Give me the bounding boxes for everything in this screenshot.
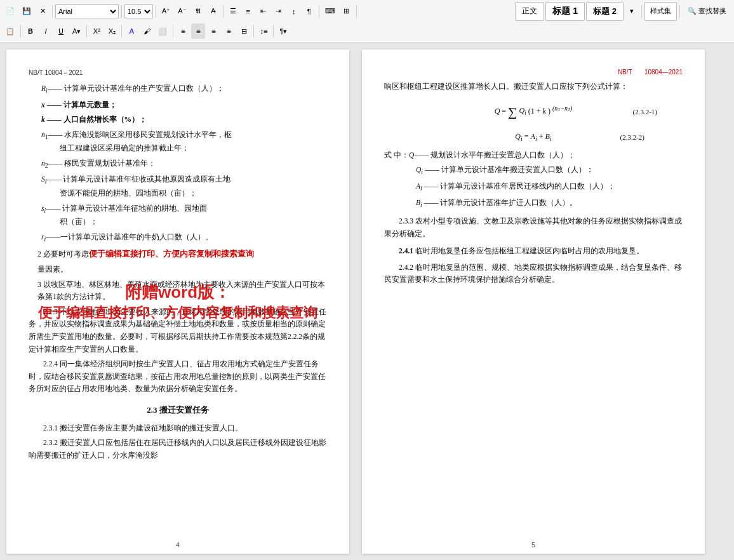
align-justify-button[interactable]: ≡ — [222, 23, 236, 39]
line-spacing-button[interactable]: ↕≡ — [257, 23, 270, 39]
underline-button[interactable]: U — [54, 23, 68, 39]
toolbar-row2: 📋 B I U A▾ X² X₂ A 🖌 ⬜ ≡ ≡ ≡ ≡ ⊟ ↕≡ ¶▾ — [3, 22, 731, 42]
font-format-button[interactable]: 𝕬 — [191, 4, 205, 19]
superscript-button[interactable]: X² — [90, 23, 103, 39]
style-set-button[interactable]: 样式集 — [644, 2, 677, 21]
bold-button[interactable]: B — [23, 23, 37, 39]
section-224: 2.2.4 同一集体经济组织同时按生产安置人口、征占用农用地方式确定生产安置任务… — [29, 358, 327, 396]
left-page-content: Ri—— 计算单元设计基准年的生产安置人口数（人）； x —— 计算单元数量； … — [29, 83, 327, 462]
distribute-button[interactable]: ⊟ — [237, 23, 251, 39]
indent-decrease-button[interactable]: ⇤ — [257, 4, 270, 19]
clear-format-button[interactable]: A̶ — [206, 4, 220, 19]
paste-button[interactable]: 📋 — [3, 22, 18, 40]
formula-block-2: Qi = Ai + Bi (2.3.2-2) — [422, 130, 644, 144]
formula-qi-line: Qi —— 计算单元设计基准年搬迁安置人口数（人）； — [384, 164, 683, 178]
formula1-sum: ∑ — [508, 105, 517, 119]
right-header-left: NB/T — [618, 69, 644, 76]
left-page: NB/T 10804－2021 Ri—— 计算单元设计基准年的生产安置人口数（人… — [6, 50, 349, 554]
line-note2: 2 必要时可考虑便于编辑直接打印、方便内容复制和搜索查询 — [29, 247, 327, 261]
separator6 — [356, 5, 357, 18]
formula-intro: 式 中：Q—— 规划设计水平年搬迁安置总人口数（人）； — [384, 149, 683, 162]
shading-button[interactable]: 🖌 — [140, 23, 154, 39]
line-s-small: si—— 计算单元设计基准年征地前的耕地、园地面 积（亩）； — [29, 203, 327, 229]
line-ri: Ri—— 计算单元设计基准年的生产安置人口数（人）； — [29, 83, 327, 97]
formula-block-1: Q = ∑ Qi (1 + k ) (n₁−n₂) (2.3.2-1) — [410, 101, 657, 123]
style-dropdown-button[interactable]: ▾ — [625, 4, 639, 19]
font-family-select[interactable]: Arial — [55, 4, 119, 18]
line-k: k —— 人口自然增长率（%）； — [29, 114, 327, 126]
style-normal-button[interactable]: 正文 — [515, 2, 544, 21]
formula2-plus: + — [539, 132, 545, 141]
formula1-lhs: Q — [495, 106, 500, 115]
formula2-ai: Ai — [531, 132, 537, 141]
save-button[interactable]: 💾 — [19, 4, 34, 19]
section-231: 2.3.1 搬迁安置任务应主要为建设征地影响的搬迁安置人口。 — [29, 422, 327, 435]
font-size-increase-button[interactable]: A⁺ — [159, 4, 173, 19]
align-center-button[interactable]: ≡ — [191, 23, 205, 39]
section-23-title: 2.3 搬迁安置任务 — [29, 403, 327, 417]
formula1-close: ) — [548, 106, 550, 115]
line-x: x —— 计算单元数量； — [29, 99, 327, 112]
toolbar: 📄 💾 ✕ Arial 10.5 A⁺ A⁻ 𝕬 A̶ ☰ ≡ ⇤ ⇥ ↕ ¶ … — [0, 0, 734, 43]
list-unordered-button[interactable]: ☰ — [226, 4, 240, 19]
main-content: NB/T 10804－2021 Ri—— 计算单元设计基准年的生产安置人口数（人… — [0, 43, 734, 560]
section-232-start: 2.3.2 搬迁安置人口应包括居住在居民迁移线内的人口以及居民迁移线外因建设征地… — [29, 437, 327, 462]
line-n1: n1—— 水库淹没影响区采用移民安置规划设计水平年，枢 纽工程建设区采用确定的推… — [29, 129, 327, 155]
separator13 — [253, 25, 254, 37]
right-page-number: 5 — [531, 541, 535, 549]
field-button[interactable]: ⌨ — [322, 4, 338, 19]
formula-bi-line: Bi —— 计算单元设计基准年扩迁人口数（人）。 — [384, 197, 683, 211]
formula-ai-line: Ai —— 计算单元设计基准年居民迁移线内的人口数（人）； — [384, 180, 683, 194]
font-color-button[interactable]: A▾ — [69, 23, 84, 39]
separator14 — [273, 25, 274, 37]
section-242: 2.4.2 临时用地复垦的范围、规模、地类应根据实物指标调查成果，结合复垦条件、… — [384, 262, 683, 286]
formula2-qi: Qi — [515, 132, 522, 141]
right-page-header: NB/T 10804—2021 — [384, 69, 683, 76]
left-page-header: NB/T 10804－2021 — [29, 69, 327, 77]
search-icon: 🔍 — [688, 7, 697, 15]
style-heading1-button[interactable]: 标题 1 — [545, 2, 585, 21]
close-button[interactable]: ✕ — [36, 4, 50, 19]
sort-button[interactable]: ↕ — [287, 4, 301, 19]
list-ordered-button[interactable]: ≡ — [241, 4, 255, 19]
toolbar-row1: 📄 💾 ✕ Arial 10.5 A⁺ A⁻ 𝕬 A̶ ☰ ≡ ⇤ ⇥ ↕ ¶ … — [3, 1, 731, 22]
right-page-content: 响区和枢纽工程建设区推算增长人口。搬迁安置人口应按下列公式计算： Q = ∑ Q… — [384, 81, 683, 286]
intro-text: 响区和枢纽工程建设区推算增长人口。搬迁安置人口应按下列公式计算： — [384, 81, 683, 93]
separator2 — [121, 5, 122, 18]
font-size-decrease-button[interactable]: A⁻ — [175, 4, 189, 19]
align-left-button[interactable]: ≡ — [176, 23, 190, 39]
formula1-qi: Qi — [519, 106, 526, 115]
italic-button[interactable]: I — [39, 23, 53, 39]
separator8 — [679, 5, 680, 18]
table-button[interactable]: ⊞ — [340, 4, 354, 19]
style-area: 正文 标题 1 标题 2 ▾ 样式集 🔍 查找替换 — [515, 2, 731, 21]
style-heading2-button[interactable]: 标题 2 — [586, 2, 624, 21]
subscript-button[interactable]: X₂ — [105, 23, 119, 39]
separator5 — [319, 5, 319, 18]
right-page: NB/T 10804—2021 响区和枢纽工程建设区推算增长人口。搬迁安置人口应… — [362, 50, 705, 554]
separator1 — [52, 5, 53, 18]
separator3 — [156, 5, 156, 18]
find-replace-button[interactable]: 🔍 查找替换 — [683, 2, 731, 21]
indent-increase-button[interactable]: ⇥ — [272, 4, 286, 19]
paragraph-button[interactable]: ¶ — [302, 4, 316, 19]
formula1-exp: (n₁−n₂) — [552, 104, 572, 111]
paste-icon: 📋 — [6, 27, 15, 36]
formula2-label: (2.3.2-2) — [620, 131, 645, 143]
formula2-equals: = — [524, 132, 531, 141]
font-size-select[interactable]: 10.5 — [124, 4, 153, 18]
highlight-button[interactable]: A — [124, 23, 138, 39]
line-s-capital: Si—— 计算单元设计基准年征收或其他原因造成原有土地 资源不能使用的耕地、园地… — [29, 173, 327, 199]
line-n2: n2—— 移民安置规划设计基准年； — [29, 157, 327, 171]
paragraph-settings-button[interactable]: ¶▾ — [276, 23, 290, 39]
separator7 — [641, 5, 642, 18]
formula1-k: k — [543, 106, 546, 115]
section-241: 2.4.1 临时用地复垦任务应包括枢纽工程建设区内临时占用的农用地复垦。 — [384, 245, 683, 258]
separator4 — [223, 5, 224, 18]
separator9 — [20, 25, 21, 37]
border-button[interactable]: ⬜ — [155, 23, 170, 39]
new-button[interactable]: 📄 — [3, 4, 18, 19]
right-header-right: 10804—2021 — [644, 69, 683, 76]
align-right-button[interactable]: ≡ — [206, 23, 220, 39]
formula1-equals: = — [502, 106, 508, 115]
